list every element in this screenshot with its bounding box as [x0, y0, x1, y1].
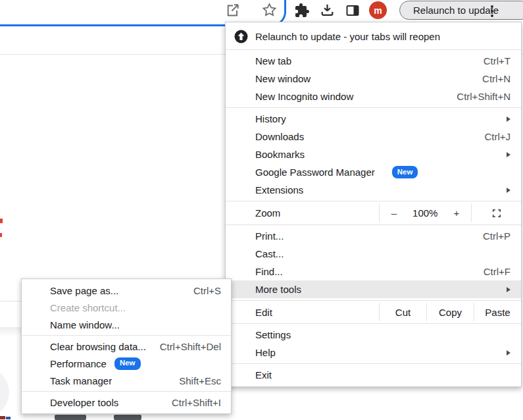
- zoom-out-button[interactable]: –: [391, 207, 397, 219]
- menu-item-shortcut: Ctrl+T: [484, 55, 511, 66]
- submenu-arrow-icon: [507, 287, 511, 292]
- menu-item-label: Clear browsing data...: [50, 341, 146, 352]
- page-fragment: [0, 233, 2, 237]
- page-fragment: [0, 367, 9, 417]
- zoom-level-value: 100%: [412, 207, 437, 219]
- menu-item-shortcut: Ctrl+P: [483, 230, 511, 242]
- submenu-item-save-page-as[interactable]: Save page as... Ctrl+S: [22, 282, 231, 299]
- new-badge: New: [392, 166, 418, 178]
- relaunch-to-update-button[interactable]: Relaunch to update: [399, 1, 523, 20]
- menu-item-shortcut: Ctrl+Shift+N: [457, 91, 511, 102]
- page-fragment: [0, 416, 5, 419]
- menu-item-exit[interactable]: Exit: [226, 366, 521, 384]
- update-arrow-icon: [234, 30, 248, 43]
- clipped-page-text-fragment: [114, 415, 141, 420]
- paste-button[interactable]: Paste: [474, 303, 521, 321]
- menu-item-label: Relaunch to update - your tabs will reop…: [255, 31, 440, 42]
- menu-item-help[interactable]: Help: [226, 344, 521, 361]
- fullscreen-button[interactable]: [472, 203, 521, 223]
- avatar-letter: m: [374, 5, 382, 16]
- submenu-arrow-icon: [507, 152, 511, 157]
- menu-item-cast[interactable]: Cast...: [226, 245, 521, 263]
- share-icon[interactable]: [224, 2, 241, 19]
- menu-item-label: Performance: [50, 358, 107, 369]
- relaunch-button-label: Relaunch to update: [413, 5, 499, 16]
- zoom-in-button[interactable]: +: [453, 207, 459, 219]
- page-fragment: [6, 417, 11, 419]
- menu-item-shortcut: Ctrl+Shift+I: [172, 397, 221, 408]
- menu-separator: [226, 49, 521, 50]
- page-fragment: [0, 327, 21, 336]
- browser-menu-kebab-icon[interactable]: [489, 4, 495, 18]
- menu-item-shortcut: Ctrl+Shift+Del: [160, 341, 221, 352]
- submenu-item-task-manager[interactable]: Task manager Shift+Esc: [22, 372, 231, 389]
- menu-item-print[interactable]: Print... Ctrl+P: [226, 227, 521, 245]
- fullscreen-icon: [491, 207, 503, 219]
- submenu-item-name-window[interactable]: Name window...: [22, 316, 231, 333]
- more-tools-submenu: Save page as... Ctrl+S Create shortcut..…: [21, 278, 232, 414]
- submenu-item-performance[interactable]: Performance New: [22, 355, 231, 372]
- cut-button[interactable]: Cut: [379, 303, 426, 321]
- menu-item-label: Extensions: [255, 184, 303, 196]
- edit-label: Edit: [226, 303, 379, 321]
- menu-item-bookmarks[interactable]: Bookmarks: [226, 145, 521, 163]
- menu-item-shortcut: Ctrl+F: [484, 266, 511, 277]
- submenu-arrow-icon: [507, 117, 511, 122]
- menu-item-label: Task manager: [50, 375, 112, 386]
- zoom-label: Zoom: [226, 203, 379, 223]
- menu-item-new-tab[interactable]: New tab Ctrl+T: [226, 52, 521, 70]
- submenu-arrow-icon: [507, 350, 511, 355]
- new-badge: New: [114, 357, 141, 370]
- menu-item-label: Create shortcut...: [50, 302, 126, 313]
- menu-item-settings[interactable]: Settings: [226, 326, 521, 344]
- menu-item-relaunch-to-update[interactable]: Relaunch to update - your tabs will reop…: [226, 25, 521, 47]
- menu-item-label: Save page as...: [50, 285, 118, 296]
- menu-item-shortcut: Ctrl+S: [193, 285, 221, 296]
- menu-item-shortcut: Shift+Esc: [179, 375, 221, 386]
- menu-item-downloads[interactable]: Downloads Ctrl+J: [226, 128, 521, 145]
- menu-item-shortcut: Ctrl+J: [484, 131, 511, 142]
- menu-item-new-window[interactable]: New window Ctrl+N: [226, 70, 521, 88]
- menu-separator: [226, 107, 521, 108]
- menu-separator: [226, 300, 521, 301]
- menu-item-more-tools[interactable]: More tools: [226, 280, 521, 298]
- menu-separator: [22, 391, 231, 392]
- page-fragment: [0, 219, 3, 223]
- menu-item-label: History: [255, 113, 286, 124]
- extensions-puzzle-icon[interactable]: [294, 3, 310, 18]
- browser-screen: m Relaunch to update Relaunch to update …: [0, 0, 523, 420]
- menu-item-label: Name window...: [50, 319, 120, 330]
- browser-main-menu: Relaunch to update - your tabs will reop…: [225, 22, 522, 387]
- menu-separator: [226, 201, 521, 201]
- menu-item-extensions[interactable]: Extensions: [226, 181, 521, 199]
- submenu-item-developer-tools[interactable]: Developer tools Ctrl+Shift+I: [22, 394, 231, 411]
- menu-item-label: New window: [255, 73, 311, 84]
- menu-item-find[interactable]: Find... Ctrl+F: [226, 263, 521, 280]
- menu-separator: [22, 335, 231, 336]
- menu-item-label: More tools: [255, 284, 301, 295]
- menu-item-label: Help: [255, 347, 276, 358]
- menu-separator: [226, 323, 521, 324]
- downloads-icon[interactable]: [319, 2, 336, 18]
- menu-item-label: Developer tools: [50, 397, 118, 408]
- copy-button[interactable]: Copy: [426, 303, 474, 321]
- bookmark-star-icon[interactable]: [261, 1, 278, 19]
- submenu-item-clear-browsing-data[interactable]: Clear browsing data... Ctrl+Shift+Del: [22, 338, 231, 355]
- menu-separator: [226, 363, 521, 364]
- page-fragment: [0, 301, 21, 302]
- menu-item-label: Google Password Manager: [255, 167, 375, 178]
- menu-separator: [226, 224, 521, 225]
- zoom-controls: – 100% +: [379, 203, 472, 223]
- clipped-page-text-fragment: [55, 415, 86, 420]
- menu-item-shortcut: Ctrl+N: [482, 73, 511, 84]
- menu-item-history[interactable]: History: [226, 110, 521, 128]
- menu-item-google-password-manager[interactable]: Google Password Manager New: [226, 163, 521, 181]
- menu-item-edit: Edit Cut Copy Paste: [226, 303, 521, 321]
- menu-item-label: New tab: [255, 55, 291, 66]
- menu-item-zoom: Zoom – 100% +: [226, 203, 521, 223]
- menu-item-new-incognito-window[interactable]: New Incognito window Ctrl+Shift+N: [226, 88, 521, 105]
- side-panel-icon[interactable]: [345, 3, 361, 18]
- menu-item-label: Bookmarks: [255, 149, 305, 160]
- menu-item-label: Exit: [255, 369, 272, 381]
- profile-avatar[interactable]: m: [369, 1, 387, 19]
